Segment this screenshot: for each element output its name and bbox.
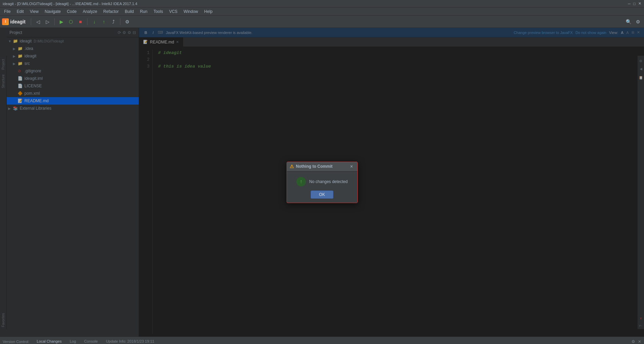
modal-overlay: ⚠ Nothing to Commit × ↑ No changes detec… [0,28,644,337]
menu-analyze[interactable]: Analyze [80,8,100,15]
menu-edit[interactable]: Edit [14,8,26,15]
title-bar: ideagit - [D:\MILO\GIT\ideagit] - [ideag… [0,0,644,7]
menu-code[interactable]: Code [64,8,79,15]
toolbar-sep-2 [54,18,55,25]
maximize-btn[interactable]: □ [633,2,636,6]
toolbar-vcs-commit-btn[interactable]: ↑ [100,18,108,26]
dialog-body: ↑ No changes detected OK [287,171,357,203]
menu-help[interactable]: Help [201,8,215,15]
dialog-title-text: Nothing to Commit [296,164,333,169]
dialog-icon-arrow: ↑ [300,179,303,185]
app-name: ideagit [10,19,25,24]
vc-panel-label: Version Control: [3,340,29,344]
menu-vcs[interactable]: VCS [167,8,180,15]
toolbar-sep-3 [87,18,87,25]
bottom-tab-local-changes[interactable]: Local Changes [33,339,65,344]
bottom-panel: Version Control: Local Changes Log Conso… [0,337,644,344]
bottom-panel-settings-icon[interactable]: ⚙ [631,339,635,344]
toolbar-run-btn[interactable]: ▶ [57,18,65,26]
toolbar-vcs-update-btn[interactable]: ↓ [90,18,98,26]
bottom-tab-update-info[interactable]: Update Info: 2018/1/23 19:11 [102,339,158,344]
toolbar-gear-btn[interactable]: ⚙ [634,18,642,26]
dialog-title-icon: ⚠ [290,164,294,169]
toolbar-back-btn[interactable]: ◁ [34,18,42,26]
toolbar-search-btn[interactable]: 🔍 [624,18,632,26]
menu-window[interactable]: Window [181,8,201,15]
toolbar-stop-btn[interactable]: ■ [76,18,84,26]
menu-navigate[interactable]: Navigate [42,8,63,15]
menu-tools[interactable]: Tools [151,8,166,15]
logo-icon: I [2,18,9,25]
dialog-ok-button[interactable]: OK [311,191,333,199]
dialog-title-area: ⚠ Nothing to Commit [290,164,333,169]
menu-file[interactable]: File [1,8,13,15]
bottom-tab-log[interactable]: Log [66,339,79,344]
nothing-to-commit-dialog: ⚠ Nothing to Commit × ↑ No changes detec… [287,162,358,203]
menu-build[interactable]: Build [122,8,137,15]
bottom-tab-console[interactable]: Console [81,339,101,344]
toolbar-settings-btn[interactable]: ⚙ [123,18,131,26]
menu-bar: File Edit View Navigate Code Analyze Ref… [0,7,644,16]
bottom-panel-close-icon[interactable]: ✕ [638,339,641,344]
toolbar-sep-4 [120,18,120,25]
menu-refactor[interactable]: Refactor [101,8,121,15]
toolbar-vcs-push-btn[interactable]: ⤴ [109,18,117,26]
toolbar-sep-1 [31,18,31,25]
dialog-titlebar: ⚠ Nothing to Commit × [287,162,357,171]
toolbar: I ideagit ◁ ▷ ▶ ⬡ ■ ↓ ↑ ⤴ ⚙ 🔍 ⚙ [0,16,644,28]
menu-view[interactable]: View [27,8,41,15]
toolbar-debug-btn[interactable]: ⬡ [67,18,75,26]
dialog-message-text: No changes detected [309,179,348,184]
menu-run[interactable]: Run [137,8,150,15]
minimize-btn[interactable]: ─ [628,2,631,6]
dialog-info-icon: ↑ [296,177,306,186]
dialog-close-button[interactable]: × [349,163,355,169]
toolbar-forward-btn[interactable]: ▷ [43,18,52,26]
dialog-message-area: ↑ No changes detected [296,177,348,186]
bottom-tab-bar: Version Control: Local Changes Log Conso… [0,337,644,344]
close-btn[interactable]: ✕ [638,1,641,6]
title-text: ideagit - [D:\MILO\GIT\ideagit] - [ideag… [3,2,137,6]
app-logo: I ideagit [2,18,25,25]
